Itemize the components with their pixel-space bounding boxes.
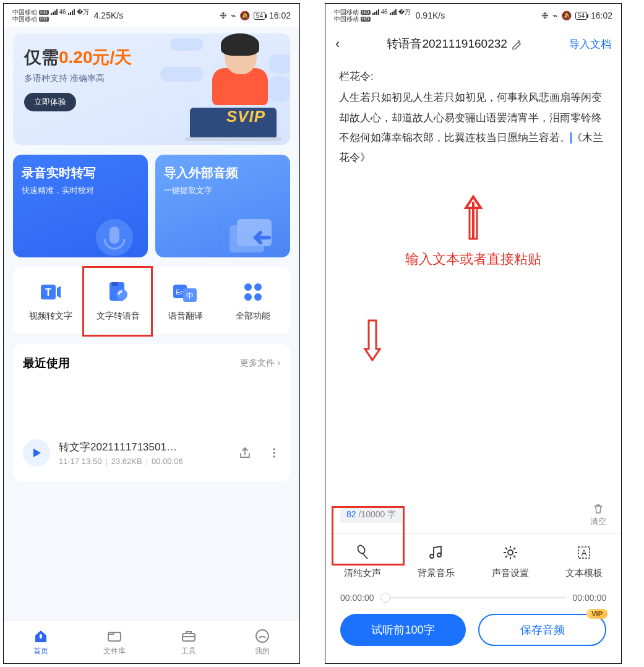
recent-title: 最近使用 <box>23 355 70 371</box>
func-video-to-text[interactable]: T 视频转文字 <box>17 280 84 322</box>
back-button[interactable]: ‹ <box>335 36 340 52</box>
func-all-features[interactable]: 全部功能 <box>219 280 286 322</box>
status-bar: 中国移动HD46�万 中国移动HD 4.25K/s ❉ ⌁ 🔕 54 16:02 <box>4 4 299 27</box>
tool-label: 文本模板 <box>565 567 603 579</box>
tool-voice[interactable]: 清纯女声 <box>325 543 400 579</box>
hd-badge: HD <box>361 10 371 15</box>
more-files-link[interactable]: 更多文件 › <box>240 358 280 369</box>
wifi-icon: �万 <box>398 9 411 15</box>
nfc-icon: ❉ <box>541 11 549 20</box>
tools-row: 清纯女声 背景音乐 声音设置 A 文本模板 <box>325 533 621 583</box>
tab-home[interactable]: 首页 <box>4 621 78 663</box>
silent-icon: 🔕 <box>239 11 250 20</box>
svg-point-12 <box>244 283 252 291</box>
card-subtitle: 一键提取文字 <box>164 185 281 196</box>
card-record-transcribe[interactable]: 录音实时转写 快速精准，实时校对 <box>13 155 148 257</box>
page-title: 转语音2021119160232 <box>346 36 563 52</box>
video-text-icon: T <box>40 281 62 303</box>
function-row: T 视频转文字 文字转语音 En中 语音翻译 全部功能 <box>13 267 290 334</box>
net-label: 46 <box>59 9 66 15</box>
silent-icon: 🔕 <box>561 11 572 20</box>
svg-point-17 <box>273 452 275 454</box>
trash-icon <box>592 502 604 515</box>
time-start: 00:00:00 <box>340 593 374 603</box>
file-item[interactable]: 转文字2021111713501… 11-17 13:5023.62KB00:0… <box>23 439 280 467</box>
net-label: 46 <box>381 9 388 15</box>
translate-icon: En中 <box>173 281 198 303</box>
import-doc-link[interactable]: 导入文档 <box>569 37 611 51</box>
text-input-area[interactable]: 栏花令: 人生若只如初见人生若只如初见，何事秋风悲画扇等闲变却故人心，却道故人心… <box>325 61 621 497</box>
char-count: 82 /10000 字 <box>340 507 402 523</box>
import-icon <box>226 213 281 257</box>
folder-icon <box>106 627 123 645</box>
svip-label: SVIP <box>226 107 265 126</box>
home-icon <box>32 627 49 645</box>
carrier-label: 中国移动 <box>12 16 37 22</box>
grid-icon <box>243 282 263 302</box>
svg-point-15 <box>254 293 262 301</box>
mic-icon <box>354 544 371 561</box>
svg-text:A: A <box>582 548 587 557</box>
tab-tools[interactable]: 工具 <box>152 621 226 663</box>
more-icon[interactable] <box>268 447 280 459</box>
card-import-audio[interactable]: 导入外部音频 一键提取文字 <box>155 155 290 257</box>
tab-label: 首页 <box>33 646 48 656</box>
tool-sound-settings[interactable]: 声音设置 <box>473 543 547 579</box>
toolbox-icon <box>180 627 197 645</box>
phone-left: 中国移动HD46�万 中国移动HD 4.25K/s ❉ ⌁ 🔕 54 16:02… <box>3 3 300 664</box>
play-icon <box>31 447 42 458</box>
arrow-up-icon <box>461 191 486 240</box>
svg-point-23 <box>356 544 366 554</box>
svg-point-25 <box>437 553 441 557</box>
svg-rect-3 <box>237 219 272 246</box>
svg-point-24 <box>430 554 434 558</box>
share-icon[interactable] <box>238 446 252 460</box>
count-row: 82 /10000 字 清空 <box>325 497 621 533</box>
carrier-label: 中国移动 <box>334 16 359 22</box>
func-voice-translate[interactable]: En中 语音翻译 <box>152 280 219 322</box>
audio-timeline[interactable]: 00:00:00 00:00:00 <box>325 583 621 614</box>
card-subtitle: 快速精准，实时校对 <box>22 185 139 196</box>
svg-point-13 <box>254 283 262 291</box>
bluetooth-icon: ⌁ <box>552 11 557 20</box>
nfc-icon: ❉ <box>220 11 227 20</box>
clear-button[interactable]: 清空 <box>590 502 606 527</box>
time-end: 00:00:00 <box>573 593 607 603</box>
preview-button[interactable]: 试听前100字 <box>340 614 466 646</box>
seek-track[interactable] <box>380 596 567 599</box>
signal-icon <box>51 9 58 15</box>
edit-icon[interactable] <box>511 38 522 49</box>
file-meta: 11-17 13:5023.62KB00:00:06 <box>59 457 230 466</box>
recent-section: 最近使用 更多文件 › 转文字2021111713501… 11-17 13:5… <box>13 344 290 481</box>
tab-library[interactable]: 文件库 <box>78 621 152 663</box>
poem-body: 人生若只如初见人生若只如初见，何事秋风悲画扇等闲变却故人心，却道故人心易变骊山语… <box>339 92 602 144</box>
play-button[interactable] <box>23 439 50 467</box>
tab-profile[interactable]: 我的 <box>226 621 300 663</box>
template-icon: A <box>575 544 593 561</box>
wifi-icon: �万 <box>77 9 89 15</box>
tool-template[interactable]: A 文本模板 <box>547 543 622 579</box>
time-label: 16:02 <box>269 11 291 20</box>
seek-thumb[interactable] <box>380 593 390 603</box>
save-label: 保存音频 <box>520 624 565 636</box>
hd-badge: HD <box>39 10 49 15</box>
func-text-to-speech[interactable]: 文字转语音 <box>84 280 152 322</box>
promo-banner[interactable]: 仅需0.20元/天 多语种支持 准确率高 立即体验 SVIP <box>13 33 290 145</box>
bluetooth-icon: ⌁ <box>231 11 236 20</box>
tool-label: 声音设置 <box>492 567 529 579</box>
speed-label: 0.91K/s <box>416 11 445 20</box>
try-now-button[interactable]: 立即体验 <box>24 93 76 111</box>
file-name: 转文字2021111713501… <box>59 440 230 454</box>
svg-point-26 <box>508 550 513 555</box>
gear-icon <box>502 544 519 561</box>
svg-point-18 <box>273 455 275 458</box>
tool-bgm[interactable]: 背景音乐 <box>400 543 474 579</box>
svg-text:En: En <box>176 288 184 296</box>
header: ‹ 转语音2021119160232 导入文档 <box>325 27 621 61</box>
save-audio-button[interactable]: 保存音频 VIP <box>478 614 606 646</box>
signal-icon <box>390 9 397 15</box>
tab-label: 文件库 <box>103 646 126 656</box>
signal-icon <box>68 9 75 15</box>
carrier-label: 中国移动 <box>12 9 37 15</box>
hd-badge: HD <box>39 17 49 22</box>
